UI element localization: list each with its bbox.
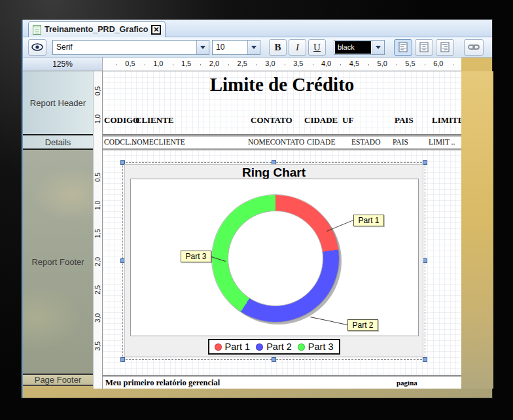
v-ruler-label: 2,0 — [94, 257, 101, 266]
legend-color-dot — [214, 343, 221, 351]
table-header-row[interactable]: CODIGOCLIENTECONTATOCIDADEUFPAISLIMITE — [103, 115, 461, 128]
align-center-button[interactable] — [415, 39, 433, 56]
detail-field: CODCL... — [104, 138, 135, 146]
h-ruler-label: 6,0 — [433, 60, 443, 67]
chart-legend: Part 1Part 2Part 3 — [207, 339, 340, 355]
detail-field: PAIS — [393, 138, 408, 146]
chevron-down-icon[interactable] — [247, 41, 260, 54]
column-header: CODIGO — [104, 115, 139, 126]
detail-field: LIMIT .. — [429, 138, 455, 146]
callout-part2: Part 2 — [347, 319, 378, 331]
page-footer-page-element[interactable]: pagina — [397, 379, 417, 387]
h-ruler-label: 1,5 — [181, 60, 191, 67]
page-footer-text-element[interactable]: Meu primeiro relatório gerencial — [105, 378, 220, 388]
h-ruler-label: 4,0 — [321, 60, 331, 67]
italic-button[interactable]: I — [289, 39, 306, 56]
tab-treinamento-prd-grafico[interactable]: Treinamento_PRD_Grafico ✕ — [28, 21, 166, 37]
legend-item: Part 1 — [214, 341, 250, 352]
v-ruler-label: 1,0 — [94, 201, 101, 210]
tab-close-icon[interactable]: ✕ — [151, 25, 161, 35]
band-report-footer[interactable]: Report Footer — [23, 150, 93, 375]
font-family-value: Serif — [53, 41, 196, 54]
callout-part1: Part 1 — [353, 215, 384, 226]
align-left-button[interactable] — [394, 39, 412, 56]
h-ruler-label: 5,5 — [405, 60, 415, 67]
report-title-element[interactable]: Limite de Crédito — [103, 74, 461, 96]
h-ruler-label: 1,0 — [153, 60, 163, 67]
resize-handle-ne[interactable] — [423, 160, 427, 165]
legend-label: Part 3 — [308, 341, 334, 352]
resize-handle-sw[interactable] — [120, 357, 125, 362]
v-ruler-label: 1,0 — [94, 114, 101, 124]
font-size-select[interactable]: 10 — [212, 40, 260, 55]
align-center-icon — [419, 42, 429, 52]
chart-title: Ring Chart — [125, 166, 423, 180]
h-ruler-label: 5,0 — [378, 60, 387, 67]
legend-label: Part 1 — [224, 341, 250, 352]
column-header: LIMITE — [432, 115, 463, 126]
v-ruler-label: 0,5 — [94, 173, 101, 182]
preview-eye-button[interactable] — [28, 39, 46, 56]
report-document-icon — [33, 25, 41, 35]
band-details[interactable]: Details — [23, 135, 93, 150]
font-color-value: black — [335, 41, 371, 54]
chevron-down-icon[interactable] — [372, 41, 384, 54]
h-ruler-label: 4,5 — [349, 60, 359, 67]
column-header: PAIS — [395, 115, 414, 126]
v-ruler-label: 0,5 — [94, 86, 101, 96]
bold-button[interactable]: B — [269, 39, 287, 56]
ring-chart-element[interactable]: Ring Chart Part 1 Part 3 Part 2 Part 1Pa… — [124, 164, 423, 357]
v-ruler-label: 1,5 — [94, 229, 101, 238]
callout-part3: Part 3 — [181, 251, 211, 262]
underline-button[interactable]: U — [308, 39, 326, 56]
page-footer-row[interactable]: Meu primeiro relatório gerencial pagina — [103, 377, 461, 389]
band-page-footer[interactable]: Page Footer — [23, 375, 93, 386]
legend-color-dot — [298, 343, 305, 351]
band-divider — [103, 149, 461, 150]
tab-bar: Treinamento_PRD_Grafico ✕ — [23, 20, 492, 37]
v-ruler: 0,51,00,51,01,52,02,53,03,5 — [93, 71, 103, 389]
column-header: CLIENTE — [135, 115, 174, 126]
h-ruler-label: 3,0 — [265, 60, 275, 67]
legend-label: Part 2 — [266, 341, 292, 352]
callout-leader-line — [310, 317, 347, 325]
report-designer-window: Treinamento_PRD_Grafico ✕ Serif 10 B I U… — [22, 20, 492, 398]
band-report-header[interactable]: Report Header — [23, 71, 93, 135]
chart-plot-area: Part 1 Part 3 Part 2 — [130, 179, 419, 336]
resize-handle-s[interactable] — [272, 357, 276, 362]
resize-handle-e[interactable] — [423, 258, 427, 263]
zoom-level[interactable]: 125% — [23, 58, 103, 71]
column-header: CIDADE — [304, 115, 338, 126]
tab-label: Treinamento_PRD_Grafico — [44, 25, 148, 34]
legend-color-dot — [256, 343, 263, 351]
v-ruler-label: 3,5 — [94, 341, 101, 351]
h-ruler-label: 2,5 — [238, 60, 247, 67]
detail-row[interactable]: CODCL...NOMECLIENTENOMECONTATOCIDADEESTA… — [103, 137, 461, 149]
resize-handle-se[interactable] — [423, 357, 427, 362]
design-area: Report Header Details Report Footer Page… — [23, 71, 493, 398]
font-family-select[interactable]: Serif — [52, 40, 209, 55]
ring-hole — [228, 211, 323, 306]
h-ruler-label: 0,5 — [125, 60, 135, 67]
band-label-column: Report Header Details Report Footer Page… — [23, 71, 93, 389]
align-right-button[interactable] — [436, 39, 454, 56]
ruler-right-spacer — [461, 58, 493, 71]
v-ruler-label: 2,5 — [94, 285, 101, 294]
legend-item: Part 2 — [256, 341, 292, 352]
font-color-select[interactable]: black — [334, 40, 385, 55]
h-ruler-label: 2,0 — [209, 60, 219, 67]
v-ruler-label: 3,0 — [94, 313, 101, 323]
legend-item: Part 3 — [298, 341, 334, 352]
detail-field: NOMECLIENTE — [132, 138, 185, 146]
detail-field: CIDADE — [307, 138, 335, 146]
align-left-icon — [398, 42, 408, 52]
chevron-down-icon[interactable] — [196, 41, 209, 54]
hyperlink-button[interactable] — [464, 39, 484, 56]
report-canvas[interactable]: Limite de Crédito CODIGOCLIENTECONTATOCI… — [103, 71, 461, 389]
ruler-row: 125% 0,51,01,52,02,53,03,54,04,55,05,56,… — [23, 58, 492, 71]
h-ruler-label: 3,5 — [293, 60, 303, 67]
column-header: CONTATO — [251, 115, 292, 126]
align-right-icon — [440, 42, 450, 52]
detail-field: ESTADO — [351, 138, 380, 146]
column-header: UF — [342, 115, 353, 126]
